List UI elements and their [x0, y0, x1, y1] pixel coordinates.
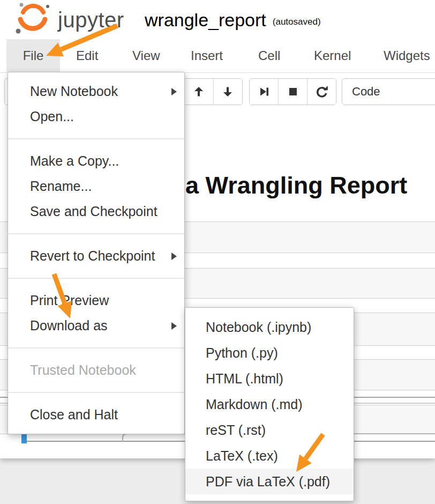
file-menu-trusted-notebook: Trusted Notebook	[8, 358, 184, 383]
menu-edit[interactable]: Edit	[76, 39, 98, 72]
download-rest-rst[interactable]: reST (.rst)	[185, 417, 354, 443]
menu-cell[interactable]: Cell	[258, 39, 280, 72]
file-dropdown-menu: New Notebook Open... Make a Copy... Rena…	[8, 72, 185, 434]
menu-kernel[interactable]: Kernel	[314, 39, 351, 72]
jupyter-logo[interactable]: jupyter	[13, 1, 124, 35]
download-notebook-ipynb[interactable]: Notebook (.ipynb)	[185, 314, 354, 340]
restart-kernel-icon	[315, 85, 329, 99]
menu-divider	[8, 347, 184, 349]
jupyter-logo-text: jupyter	[58, 5, 124, 32]
run-cell-button[interactable]	[250, 79, 279, 105]
menu-divider	[8, 233, 184, 234]
menu-view[interactable]: View	[132, 39, 160, 72]
file-menu-save-and-checkpoint[interactable]: Save and Checkpoint	[8, 199, 184, 224]
restart-kernel-button[interactable]	[308, 79, 336, 105]
interrupt-kernel-button[interactable]	[279, 79, 308, 105]
move-cell-down-icon	[221, 85, 235, 99]
download-python-py[interactable]: Python (.py)	[185, 340, 354, 366]
menubar: File Edit View Insert Cell Kernel Widget…	[0, 39, 435, 73]
download-as-submenu: Notebook (.ipynb) Python (.py) HTML (.ht…	[185, 307, 354, 501]
menu-divider	[8, 138, 184, 139]
toolbar-group-run	[249, 78, 336, 105]
download-pdf-via-latex[interactable]: PDF via LaTeX (.pdf)	[185, 469, 354, 494]
file-menu-rename[interactable]: Rename...	[8, 174, 184, 199]
run-cell-icon	[257, 85, 271, 99]
download-html[interactable]: HTML (.html)	[185, 366, 354, 391]
download-markdown-md[interactable]: Markdown (.md)	[185, 391, 354, 417]
move-cell-down-button[interactable]	[214, 79, 243, 105]
menu-widgets[interactable]: Widgets	[384, 39, 430, 72]
menu-divider	[8, 278, 184, 279]
menu-divider	[8, 392, 184, 393]
download-latex-tex[interactable]: LaTeX (.tex)	[185, 443, 354, 469]
submenu-caret-icon	[171, 88, 177, 95]
move-cell-up-icon	[192, 85, 206, 99]
file-menu-download-as[interactable]: Download as	[8, 313, 184, 338]
file-menu-revert-to-checkpoint[interactable]: Revert to Checkpoint	[8, 243, 184, 269]
menu-file[interactable]: File	[6, 39, 60, 72]
notebook-title[interactable]: wrangle_report	[145, 10, 266, 31]
file-menu-close-and-halt[interactable]: Close and Halt	[8, 402, 184, 427]
toolbar-group-move	[184, 78, 243, 105]
notebook-heading: a Wrangling Report	[185, 172, 407, 199]
interrupt-kernel-icon	[286, 85, 300, 99]
submenu-caret-icon	[171, 322, 177, 330]
file-menu-print-preview[interactable]: Print Preview	[8, 288, 184, 313]
jupyter-notebook-window: jupyter wrangle_report (autosaved) File …	[0, 0, 435, 504]
file-menu-new-notebook[interactable]: New Notebook	[8, 79, 184, 104]
header: jupyter wrangle_report (autosaved)	[0, 0, 435, 40]
submenu-caret-icon	[171, 253, 177, 260]
menu-insert[interactable]: Insert	[191, 39, 223, 72]
autosave-status: (autosaved)	[273, 17, 321, 27]
cell-type-select[interactable]: Code	[342, 78, 435, 105]
file-menu-open[interactable]: Open...	[8, 104, 184, 129]
jupyter-logo-icon	[13, 1, 54, 35]
file-menu-make-a-copy[interactable]: Make a Copy...	[8, 149, 184, 174]
move-cell-up-button[interactable]	[184, 79, 214, 105]
